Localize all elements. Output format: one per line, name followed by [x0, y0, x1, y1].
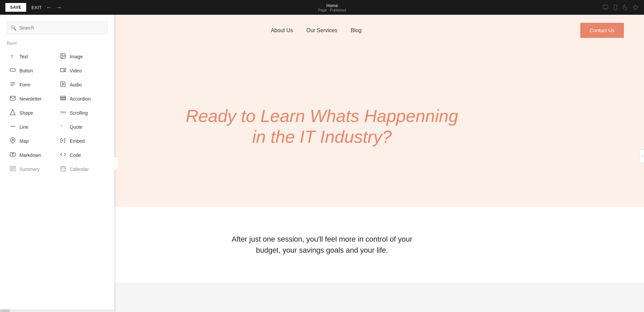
video-label: Video	[70, 68, 82, 73]
sidebar-item-form[interactable]: Form	[7, 78, 57, 92]
nav-services[interactable]: Our Services	[306, 27, 337, 34]
sidebar-item-audio[interactable]: Audio	[57, 78, 107, 92]
map-icon	[9, 137, 16, 145]
shape-icon	[9, 109, 16, 117]
palette-button[interactable]	[623, 4, 629, 10]
sidebar-item-video[interactable]: Video	[57, 64, 107, 78]
nav-blog[interactable]: Blog	[351, 27, 362, 34]
site-nav: About Us Our Services Blog	[271, 27, 361, 34]
svg-marker-16	[63, 83, 64, 85]
audio-icon	[60, 81, 66, 88]
svg-rect-18	[61, 96, 66, 98]
exit-button[interactable]: EXIT	[32, 5, 42, 10]
line-label: Line	[19, 124, 28, 130]
quote-label: Quote	[70, 124, 83, 130]
items-grid: T Text Image Button	[7, 50, 107, 176]
markdown-icon	[9, 151, 16, 159]
toolbar-page-info: Home Page · Published	[62, 3, 602, 12]
sidebar-panel: 🔍 Basic T Text Image	[0, 15, 114, 283]
code-label: Code	[70, 152, 81, 158]
button-icon	[9, 67, 16, 74]
svg-point-25	[12, 139, 14, 141]
hero-title: Ready to Learn Whats Happenning in the I…	[184, 106, 460, 147]
sidebar-item-quote[interactable]: " Quote	[57, 120, 107, 134]
svg-rect-10	[61, 68, 64, 72]
image-label: Image	[70, 54, 83, 59]
sidebar-item-calendar[interactable]: Calendar	[57, 162, 107, 176]
toolbar: SAVE EXIT ← → Home Page · Published	[0, 0, 644, 15]
contact-us-button[interactable]: Contact Us	[580, 23, 624, 38]
search-wrapper: 🔍	[7, 21, 107, 34]
svg-rect-19	[61, 98, 66, 99]
sidebar-item-shape[interactable]: Shape	[7, 106, 57, 120]
sidebar-item-accordion[interactable]: Accordion	[57, 92, 107, 106]
summary-label: Summary	[19, 167, 40, 172]
desktop-view-button[interactable]	[602, 4, 608, 10]
page-status: Page · Published	[318, 8, 346, 12]
section-label: Basic	[7, 41, 107, 46]
embed-label: Embed	[70, 138, 85, 144]
scrolling-label: Scrolling	[70, 110, 88, 116]
sidebar-item-summary[interactable]: Summary	[7, 162, 57, 176]
content-text: After just one session, you'll feel more…	[221, 234, 423, 256]
undo-button[interactable]: ←	[46, 4, 52, 11]
sidebar-item-code[interactable]: Code	[57, 148, 107, 162]
svg-rect-20	[61, 100, 66, 101]
form-label: Form	[19, 82, 31, 87]
sidebar-item-text[interactable]: T Text	[7, 50, 57, 64]
sidebar-item-image[interactable]: Image	[57, 50, 107, 64]
nav-about[interactable]: About Us	[271, 27, 293, 34]
svg-marker-5	[633, 5, 638, 10]
svg-rect-9	[10, 69, 15, 71]
mobile-view-button[interactable]	[612, 4, 619, 10]
sidebar-collapse-handle[interactable]: ‹	[114, 157, 119, 170]
text-label: Text	[19, 54, 28, 59]
magic-button[interactable]	[633, 4, 639, 10]
sidebar-item-embed[interactable]: Embed	[57, 134, 107, 148]
svg-rect-3	[614, 5, 617, 10]
svg-text:": "	[61, 124, 63, 129]
scrolling-icon: TAA	[60, 109, 66, 117]
search-icon: 🔍	[11, 25, 16, 30]
audio-label: Audio	[70, 82, 82, 87]
svg-rect-0	[603, 5, 608, 9]
image-icon	[60, 53, 66, 60]
accordion-icon	[60, 95, 66, 103]
quote-icon: "	[60, 123, 66, 131]
save-button[interactable]: SAVE	[5, 3, 26, 12]
sidebar-item-newsletter[interactable]: Newsletter	[7, 92, 57, 106]
map-label: Map	[19, 138, 29, 144]
page-title: Home	[326, 3, 338, 8]
video-icon	[60, 67, 66, 74]
line-icon	[9, 123, 16, 131]
svg-text:T: T	[11, 54, 14, 59]
text-icon: T	[9, 53, 16, 60]
calendar-label: Calendar	[70, 167, 89, 172]
markdown-label: Markdown	[19, 152, 41, 158]
search-input[interactable]	[7, 21, 107, 34]
sidebar-item-markdown[interactable]: Markdown	[7, 148, 57, 162]
embed-icon	[60, 137, 66, 145]
code-icon	[60, 151, 66, 159]
summary-icon	[9, 166, 16, 173]
svg-point-8	[62, 55, 62, 55]
sidebar-item-button[interactable]: Button	[7, 64, 57, 78]
redo-button[interactable]: →	[56, 4, 62, 11]
form-icon	[9, 81, 16, 88]
sidebar-item-line[interactable]: Line	[7, 120, 57, 134]
calendar-icon	[60, 166, 66, 173]
svg-text:TAA: TAA	[60, 111, 66, 114]
button-label: Button	[19, 68, 33, 73]
sidebar-content: 🔍 Basic T Text Image	[0, 15, 114, 283]
shape-label: Shape	[19, 110, 33, 116]
sidebar-item-map[interactable]: Map	[7, 134, 57, 148]
svg-rect-33	[61, 167, 65, 171]
newsletter-icon	[9, 95, 16, 103]
right-expand-handle[interactable]: ›	[639, 149, 644, 163]
newsletter-label: Newsletter	[19, 96, 42, 102]
sidebar-item-scrolling[interactable]: TAA Scrolling	[57, 106, 107, 120]
accordion-label: Accordion	[70, 96, 91, 102]
toolbar-right	[602, 4, 639, 10]
svg-marker-21	[10, 110, 15, 115]
